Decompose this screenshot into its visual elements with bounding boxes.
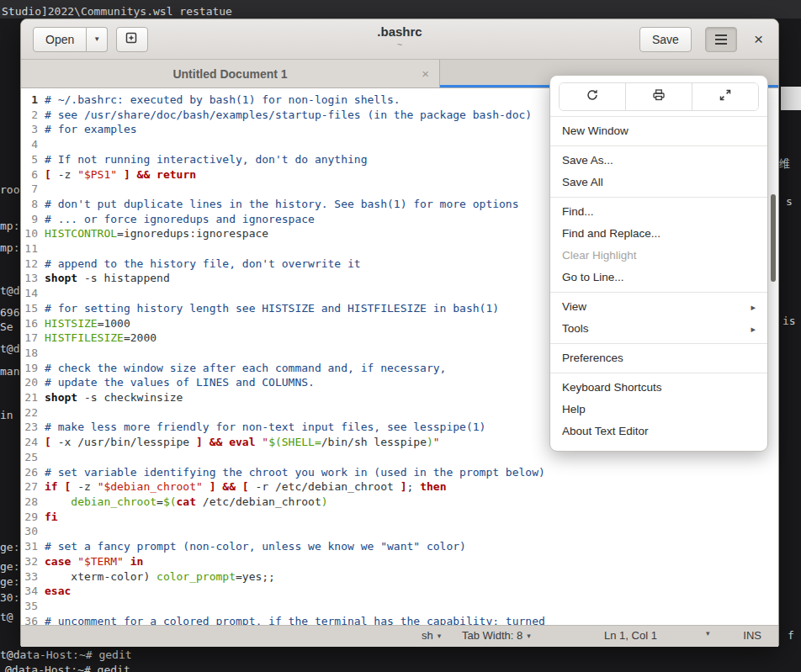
code-line: 35 [21,599,778,614]
reload-icon [586,88,599,105]
menu-item-label: About Text Editor [562,421,756,442]
line-number: 10 [21,226,45,241]
code-line: 34esac [21,584,778,599]
menu-item-tools[interactable]: Tools▸ [550,318,767,340]
menu-icon-row [559,82,759,111]
line-number: 1 [21,93,45,108]
print-button[interactable] [625,83,692,110]
open-button-group: Open ▼ [33,27,108,52]
line-number: 7 [21,182,45,197]
tab-close-icon[interactable]: × [422,67,429,80]
chevron-down-icon: ▾ [706,629,710,638]
chevron-down-icon: ▾ [527,632,531,640]
menu-separator [550,197,767,198]
line-number: 17 [21,331,45,346]
code-line: 32case "$TERM" in [21,554,778,569]
background-window-fragment [781,87,801,110]
code-line: 36# uncomment for a colored prompt, if t… [21,614,778,625]
menu-item-save-all[interactable]: Save All [550,172,767,193]
terminal-text-fragment: in [0,409,13,421]
line-number: 13 [21,271,45,286]
tab-width-label: Tab Width: 8 [462,629,523,642]
title-block: .bashrc ~ [377,25,422,50]
chevron-down-icon: ▼ [93,35,100,43]
open-button[interactable]: Open [33,27,87,52]
line-number: 20 [21,375,45,390]
menu-item-about-text-editor[interactable]: About Text Editor [550,421,767,442]
menu-item-keyboard-shortcuts[interactable]: Keyboard Shortcuts [550,377,767,399]
menu-separator [550,292,767,293]
line-number: 14 [21,286,45,301]
line-number: 18 [21,346,45,361]
menu-item-label: Help [562,399,756,421]
chevron-down-icon: ▾ [438,632,442,640]
terminal-text-fragment: @data-Host:~# gedit [5,664,130,672]
terminal-text-fragment: ge: [0,541,19,553]
menu-item-find-and-replace[interactable]: Find and Replace... [550,223,767,245]
terminal-text-fragment: Se [0,320,13,333]
line-number: 30 [21,524,45,539]
terminal-text-fragment: is [782,315,796,327]
terminal-text-fragment: t@d [0,284,19,297]
terminal-text-fragment: t@ [0,611,13,623]
menu-item-label: Save As... [562,150,756,172]
line-number: 31 [21,539,45,554]
menu-item-view[interactable]: View▸ [550,296,767,318]
line-number: 4 [21,137,45,152]
terminal-text-fragment: 696 [0,306,19,319]
menu-item-label: New Window [562,120,756,142]
language-selector-button[interactable]: sh ▾ [422,629,441,642]
line-number: 5 [21,152,45,167]
terminal-text-fragment: mp: [0,241,19,254]
tab-width-button[interactable]: Tab Width: 8 ▾ [462,629,531,642]
menu-item-preferences[interactable]: Preferences [550,347,767,369]
window-close-button[interactable]: × [751,27,767,52]
menu-item-save-as[interactable]: Save As... [550,150,767,172]
menu-button[interactable] [705,27,737,52]
line-number: 16 [21,316,45,331]
close-icon: × [754,30,763,49]
menu-item-help[interactable]: Help [550,399,767,421]
code-line: 29fi [21,510,778,525]
open-dropdown-button[interactable]: ▼ [87,27,108,52]
code-line: 30 [21,524,778,539]
tab-untitled-document-1[interactable]: Untitled Document 1 × [21,60,440,87]
menu-item-label: Tools [562,318,751,340]
position-dropdown-button[interactable]: ▾ [706,629,710,638]
line-number: 29 [21,510,45,525]
menu-item-clear-highlight[interactable]: Clear Highlight [550,245,767,267]
tab-label: Untitled Document 1 [172,67,287,81]
editor-vscrollbar-thumb[interactable] [771,194,776,282]
line-number: 2 [21,108,45,123]
fullscreen-icon [719,88,732,105]
insert-mode-label: INS [743,629,761,642]
line-number: 3 [21,122,45,137]
code-line: 28 debian_chroot=$(cat /etc/debian_chroo… [21,495,778,510]
fullscreen-button[interactable] [692,83,758,110]
text-editor-window: Open ▼ .bashrc ~ Save × [20,19,779,646]
line-number: 28 [21,495,45,510]
cursor-position-button[interactable]: Ln 1, Col 1 [604,629,657,642]
menu-item-label: Find and Replace... [562,223,756,245]
new-tab-button[interactable] [116,27,148,52]
line-number: 36 [21,614,45,625]
terminal-text-fragment: man [0,365,19,378]
menu-item-label: Preferences [562,347,756,369]
menu-item-find[interactable]: Find... [550,201,767,223]
menu-separator [550,146,767,146]
line-number: 32 [21,554,45,569]
reload-button[interactable] [560,83,625,110]
save-button[interactable]: Save [639,27,692,52]
menu-item-label: Save All [562,172,756,193]
terminal-text-fragment: ge: [0,560,19,573]
hamburger-icon [715,34,727,45]
line-number: 25 [21,450,45,465]
line-number: 15 [21,301,45,316]
terminal-text-fragment: roo [0,183,19,196]
menu-item-new-window[interactable]: New Window [550,120,767,142]
code-line: 27if [ -z "$debian_chroot" ] && [ -r /et… [21,479,778,495]
print-icon [652,88,666,105]
line-number: 9 [21,212,45,227]
menu-item-go-to-line[interactable]: Go to Line... [550,267,767,288]
headerbar: Open ▼ .bashrc ~ Save × [21,19,778,60]
